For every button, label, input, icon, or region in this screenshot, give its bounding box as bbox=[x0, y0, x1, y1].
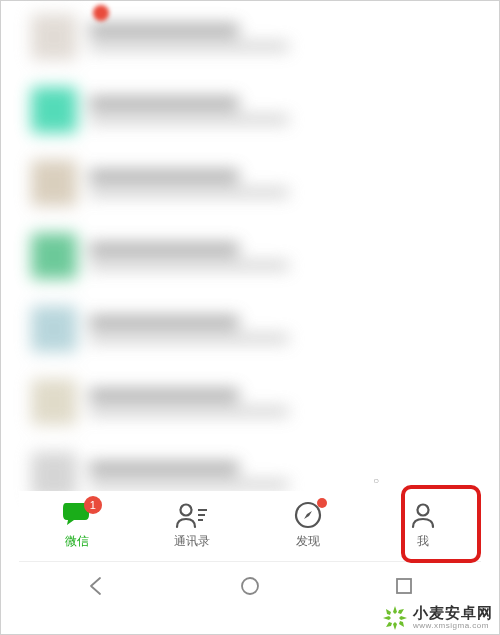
android-nav-bar bbox=[19, 561, 481, 609]
list-item[interactable] bbox=[19, 74, 481, 147]
compass-icon bbox=[291, 500, 325, 530]
notification-dot-icon bbox=[317, 498, 327, 508]
tab-label: 微信 bbox=[65, 533, 89, 550]
svg-point-0 bbox=[181, 505, 192, 516]
bottom-tab-bar: 1 微信 通讯录 bbox=[19, 491, 481, 559]
watermark-logo-icon bbox=[381, 604, 409, 632]
list-item[interactable] bbox=[19, 366, 481, 439]
list-item[interactable] bbox=[19, 1, 481, 74]
tab-label: 我 bbox=[417, 533, 429, 550]
watermark-url: www.xmsigma.com bbox=[413, 622, 489, 631]
recents-button[interactable] bbox=[369, 570, 439, 602]
list-item[interactable] bbox=[19, 220, 481, 293]
home-button[interactable] bbox=[215, 570, 285, 602]
tab-me[interactable]: 我 bbox=[366, 491, 482, 559]
phone-screen: ○ 1 微信 bbox=[19, 1, 481, 614]
avatar bbox=[31, 379, 77, 425]
avatar bbox=[31, 306, 77, 352]
screenshot-frame: ○ 1 微信 bbox=[0, 0, 500, 635]
avatar bbox=[31, 87, 77, 133]
list-item[interactable] bbox=[19, 293, 481, 366]
notification-dot-icon bbox=[93, 5, 109, 21]
back-button[interactable] bbox=[61, 570, 131, 602]
contacts-icon bbox=[175, 500, 209, 530]
person-icon bbox=[406, 500, 440, 530]
tab-discover[interactable]: 发现 bbox=[250, 491, 366, 559]
avatar bbox=[31, 233, 77, 279]
avatar bbox=[31, 160, 77, 206]
svg-rect-7 bbox=[397, 579, 411, 593]
tab-label: 发现 bbox=[296, 533, 320, 550]
chat-bubble-icon: 1 bbox=[60, 500, 94, 530]
tab-label: 通讯录 bbox=[174, 533, 210, 550]
avatar bbox=[31, 14, 77, 60]
watermark-title: 小麦安卓网 bbox=[413, 605, 493, 622]
unread-badge: 1 bbox=[84, 496, 102, 514]
tab-chats[interactable]: 1 微信 bbox=[19, 491, 135, 559]
watermark: 小麦安卓网 www.xmsigma.com bbox=[381, 604, 493, 632]
svg-point-5 bbox=[418, 505, 429, 516]
list-item[interactable] bbox=[19, 147, 481, 220]
tab-contacts[interactable]: 通讯录 bbox=[135, 491, 251, 559]
svg-point-6 bbox=[242, 578, 258, 594]
page-indicator-icon: ○ bbox=[373, 475, 381, 483]
chat-list-blurred bbox=[19, 1, 481, 479]
